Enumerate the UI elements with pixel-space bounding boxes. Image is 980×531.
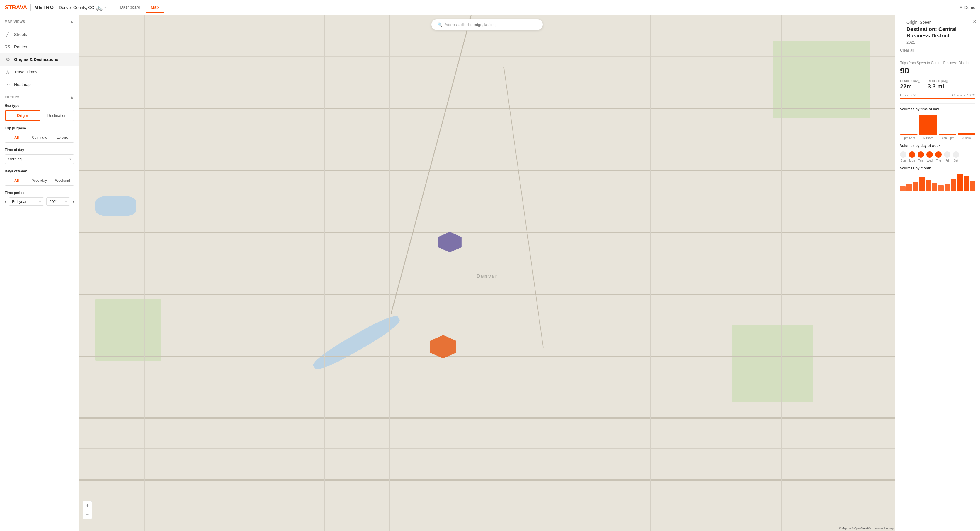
- trip-purpose-commute[interactable]: Commute: [28, 133, 51, 142]
- map-search-bar: 🔍: [431, 19, 543, 30]
- dow-labels: Sun Mon Tue Wed Thu Fri Sat: [900, 159, 975, 162]
- map-views-header: MAP VIEWS ▲: [0, 15, 79, 28]
- dow-dot-fri: [944, 151, 950, 158]
- routes-icon: 🗺: [5, 44, 11, 49]
- chevron-down-icon: ▾: [104, 6, 106, 10]
- time-period-period-selector[interactable]: Full year ▾: [9, 197, 44, 206]
- commute-bar-fill: [900, 98, 975, 99]
- dow-dot-wed: [926, 151, 933, 158]
- panel-origin-label: Origin: Speer: [907, 20, 931, 25]
- map-container[interactable]: Denver 🔍 + − © Mapbox © OpenStreetMap Im…: [79, 15, 895, 531]
- logo-divider: [30, 4, 31, 11]
- month-bar-2: [913, 182, 918, 192]
- water-1: [95, 196, 136, 216]
- nav-tabs: Dashboard Map: [115, 3, 164, 13]
- dow-dot-tue: [918, 151, 924, 158]
- strava-logo: STRAVA: [5, 4, 27, 11]
- sidebar-item-routes[interactable]: 🗺 Routes: [0, 41, 79, 53]
- month-bar-0: [900, 187, 905, 192]
- road-v-10: [716, 15, 716, 531]
- dow-dot-mon: [909, 151, 915, 158]
- hex-destination-btn[interactable]: Destination: [40, 110, 74, 120]
- distance-label: Distance (avg): [928, 79, 948, 82]
- divider-2: [900, 103, 975, 104]
- zoom-out-button[interactable]: −: [83, 510, 92, 519]
- streets-icon: ╱: [5, 32, 11, 37]
- duration-label: Duration (avg): [900, 79, 921, 82]
- dest-icon: —: [900, 26, 904, 31]
- road-v-8: [585, 15, 585, 531]
- month-bar-3: [919, 177, 924, 192]
- time-period-row: ‹ Full year ▾ 2021 ▾ ›: [5, 197, 74, 206]
- month-bar-1: [907, 184, 912, 192]
- sidebar-item-travel-times[interactable]: ◷ Travel Times: [0, 66, 79, 78]
- trip-purpose-leisure[interactable]: Leisure: [51, 133, 74, 142]
- dow-label-tue: Tue: [918, 159, 924, 162]
- hex-origin-btn[interactable]: Origin: [5, 110, 40, 120]
- road-v-6: [455, 15, 455, 531]
- month-chart: [900, 174, 975, 192]
- map-search-input[interactable]: [445, 22, 537, 27]
- dow-label-sat: Sat: [953, 159, 959, 162]
- panel-close-button[interactable]: ✕: [973, 19, 977, 24]
- road-v-11: [781, 15, 782, 531]
- logo: STRAVA METRO: [5, 4, 54, 11]
- days-all-btn[interactable]: All: [5, 176, 28, 185]
- commute-label: Commute 100%: [952, 94, 975, 97]
- city-label: Denver: [476, 273, 498, 279]
- park-area-3: [732, 325, 814, 402]
- map-attribution: © Mapbox © OpenStreetMap Improve this ma…: [839, 527, 894, 530]
- time-period-filter: Time period ‹ Full year ▾ 2021 ▾ ›: [5, 191, 74, 206]
- tod-bar-1: [920, 115, 937, 135]
- tab-map[interactable]: Map: [146, 3, 164, 13]
- month-section-title: Volumes by month: [900, 166, 975, 170]
- search-icon: 🔍: [437, 22, 442, 27]
- road-v-7: [520, 15, 520, 531]
- sidebar-item-streets[interactable]: ╱ Streets: [0, 28, 79, 41]
- time-of-day-dropdown[interactable]: Morning ▾: [5, 154, 74, 164]
- panel-year: 2021: [907, 40, 975, 44]
- filters-collapse-icon[interactable]: ▲: [70, 95, 74, 100]
- bike-icon: 🚲: [96, 5, 102, 11]
- sidebar-item-heatmap[interactable]: ⋯ Heatmap: [0, 78, 79, 91]
- detail-panel: ✕ — Origin: Speer — Destination: Central…: [895, 15, 980, 531]
- filters-section: Hex type Origin Destination Trip purpose…: [0, 104, 79, 216]
- dow-dot-thu: [935, 151, 942, 158]
- chevron-down-icon: ▾: [65, 200, 67, 203]
- hex-type-btn-group: Origin Destination: [5, 110, 74, 121]
- stats-row: Duration (avg) 22m Distance (avg) 3.3 mi: [900, 79, 975, 90]
- days-weekday-btn[interactable]: Weekday: [28, 176, 51, 185]
- clear-all-link[interactable]: Clear all: [900, 48, 975, 52]
- commute-bar-track: [900, 98, 975, 99]
- time-period-prev[interactable]: ‹: [5, 198, 6, 204]
- duration-value: 22m: [900, 83, 921, 90]
- days-weekend-btn[interactable]: Weekend: [51, 176, 74, 185]
- time-period-year-selector[interactable]: 2021 ▾: [46, 197, 70, 206]
- panel-origin-row: — Origin: Speer: [900, 20, 975, 25]
- map-zoom-controls: + −: [83, 501, 92, 519]
- app-header: STRAVA METRO Denver County, CO 🚲 ▾ Dashb…: [0, 0, 980, 15]
- road-v-2: [202, 15, 202, 531]
- month-bar-4: [926, 180, 931, 192]
- leisure-label: Leisure 0%: [900, 94, 916, 97]
- trip-purpose-btn-group: All Commute Leisure: [5, 133, 74, 143]
- tod-label-1: 5-10am: [920, 136, 937, 139]
- sidebar-item-origins-destinations[interactable]: ⊙ Origins & Destinations: [0, 53, 79, 66]
- time-period-next[interactable]: ›: [72, 198, 74, 204]
- trip-purpose-all[interactable]: All: [5, 133, 28, 142]
- road-v-4: [324, 15, 325, 531]
- hex-type-filter: Hex type Origin Destination: [5, 104, 74, 121]
- demo-button[interactable]: Demo: [964, 5, 975, 10]
- header-right: ▾ Demo: [960, 5, 975, 10]
- road-v-5: [389, 15, 390, 531]
- location-text: Denver County, CO: [59, 5, 94, 10]
- tab-dashboard[interactable]: Dashboard: [115, 3, 145, 13]
- collapse-icon[interactable]: ▲: [70, 19, 74, 24]
- diagonal-road: [391, 15, 472, 314]
- sidebar: MAP VIEWS ▲ ╱ Streets 🗺 Routes ⊙ Origins…: [0, 15, 79, 531]
- location-selector[interactable]: Denver County, CO 🚲 ▾: [59, 5, 106, 11]
- month-bar-7: [945, 184, 950, 192]
- zoom-in-button[interactable]: +: [83, 501, 92, 510]
- month-bar-6: [938, 185, 944, 192]
- tod-label-3: 3-8pm: [958, 136, 975, 139]
